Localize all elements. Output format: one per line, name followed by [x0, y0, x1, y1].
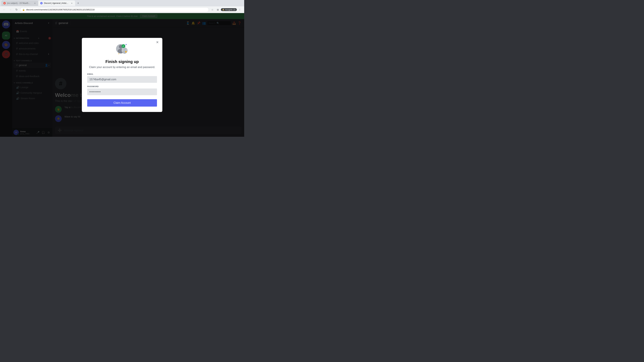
- modal-close-icon: ✕: [156, 40, 159, 44]
- nav-bar: ← → ↻ 🔒 discord.com/channels/11823620100…: [0, 6, 244, 13]
- new-tab-button[interactable]: +: [76, 1, 80, 5]
- discord-tab[interactable]: D Discord | #general | Artists Disc... ✕: [38, 0, 75, 6]
- svg-point-7: [124, 48, 126, 50]
- password-label: PASSWORD: [87, 85, 157, 87]
- modal-illustration: ✦ ✦ ✦ ✓: [114, 43, 130, 57]
- svg-point-11: [125, 51, 127, 53]
- modal-overlay: ✕ ✦ ✦ ✦: [0, 13, 244, 137]
- discord-app: This is an unclaimed account. Claim it b…: [0, 13, 244, 137]
- incognito-badge: 🕵 Incognito (2): [221, 8, 237, 11]
- password-form-group: PASSWORD: [87, 85, 157, 95]
- modal-close-button[interactable]: ✕: [155, 40, 160, 44]
- incognito-count: Incognito (2): [225, 9, 236, 11]
- claim-account-button[interactable]: Claim Account: [87, 99, 157, 107]
- password-input[interactable]: [87, 88, 157, 95]
- address-bar[interactable]: 🔒 discord.com/channels/11823620100679352…: [20, 7, 209, 12]
- gmail-tab-close[interactable]: ✕: [34, 2, 36, 4]
- address-text: discord.com/channels/1182362010067935253…: [26, 8, 206, 11]
- modal-subtitle: Claim your account by entering an email …: [89, 65, 155, 69]
- svg-text:✦: ✦: [125, 43, 127, 46]
- back-button[interactable]: ←: [2, 7, 7, 12]
- gmail-favicon: M: [3, 2, 6, 4]
- gmail-tab[interactable]: M (no subject) - 1574ba45@gmail... ✕: [1, 0, 38, 6]
- email-label: EMAIL: [87, 73, 157, 75]
- incognito-icon: 🕵: [222, 8, 224, 11]
- modal-title: Finish signing up: [106, 59, 139, 64]
- forward-button[interactable]: →: [8, 7, 13, 12]
- tab-bar: M (no subject) - 1574ba45@gmail... ✕ D D…: [0, 0, 244, 6]
- email-input[interactable]: [87, 76, 157, 83]
- reload-button[interactable]: ↻: [14, 7, 19, 12]
- browser-chrome: M (no subject) - 1574ba45@gmail... ✕ D D…: [0, 0, 244, 13]
- email-form-group: EMAIL: [87, 73, 157, 83]
- nav-actions: ☆ ⊞ 🕵 Incognito (2) ⋮: [210, 7, 242, 12]
- menu-button[interactable]: ⋮: [238, 7, 242, 12]
- extension-button[interactable]: ⊞: [216, 7, 220, 12]
- modal-form: EMAIL PASSWORD Claim Account: [87, 73, 157, 107]
- discord-tab-title: Discord | #general | Artists Disc...: [44, 2, 69, 4]
- discord-favicon: D: [40, 2, 42, 4]
- modal-dialog: ✕ ✦ ✦ ✦: [82, 38, 162, 112]
- lock-icon: 🔒: [22, 8, 25, 11]
- svg-text:✓: ✓: [122, 45, 124, 47]
- gmail-tab-title: (no subject) - 1574ba45@gmail...: [7, 2, 32, 4]
- discord-tab-close[interactable]: ✕: [70, 2, 73, 4]
- bookmark-button[interactable]: ☆: [210, 7, 215, 12]
